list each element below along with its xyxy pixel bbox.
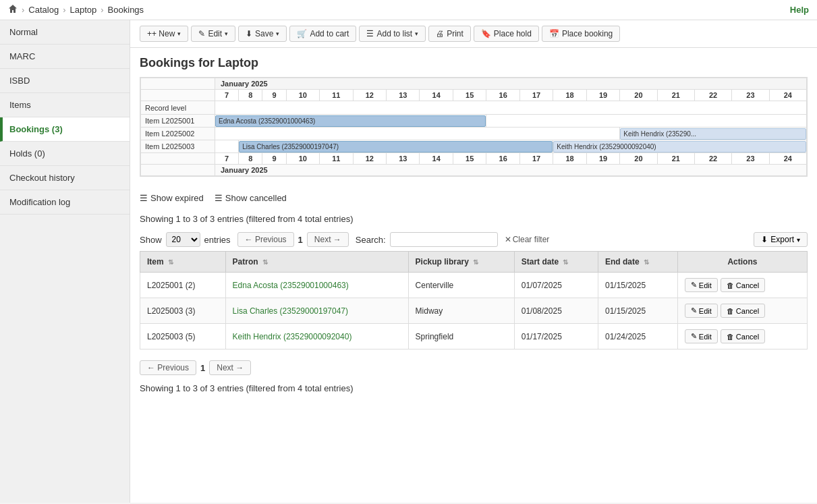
place-booking-button[interactable]: 📅 Place booking bbox=[542, 26, 620, 42]
previous-button[interactable]: ← Previous bbox=[237, 232, 294, 247]
booking-keith-l2025003-bar[interactable]: Keith Hendrix (23529000092040) bbox=[553, 141, 806, 152]
booking-keith-l2025002-bar[interactable]: Keith Hendrix (235290... bbox=[620, 128, 806, 140]
print-button[interactable]: 🖨 Print bbox=[428, 26, 471, 42]
day-23: 23 bbox=[732, 90, 769, 101]
showing-text-bottom: Showing 1 to 3 of 3 entries (filtered fr… bbox=[130, 379, 817, 397]
next-button[interactable]: Next → bbox=[307, 232, 349, 247]
foot-day-20: 20 bbox=[620, 153, 657, 165]
bookings-table: Item ⇅ Patron ⇅ Pickup library ⇅ Start bbox=[140, 251, 808, 349]
booking-keith-l2025003[interactable]: Keith Hendrix (23529000092040) bbox=[553, 140, 807, 153]
breadcrumb-sep-1: › bbox=[22, 5, 24, 15]
patron-link-1[interactable]: Lisa Charles (23529000197047) bbox=[233, 306, 348, 316]
col-end-date[interactable]: End date ⇅ bbox=[598, 252, 678, 273]
foot-day-8: 8 bbox=[239, 153, 262, 165]
edit-button-0[interactable]: ✎ Edit bbox=[685, 278, 718, 292]
edit-button-1[interactable]: ✎ Edit bbox=[685, 304, 718, 318]
table-wrapper: Item ⇅ Patron ⇅ Pickup library ⇅ Start bbox=[130, 251, 817, 349]
hold-icon: 🔖 bbox=[481, 29, 491, 38]
col-item[interactable]: Item ⇅ bbox=[140, 252, 226, 273]
calendar-table: January 2025 7 8 9 10 11 12 13 14 15 16 bbox=[140, 78, 807, 176]
booking-lisa[interactable]: Lisa Charles (23529000197047) bbox=[239, 140, 553, 153]
cancel-button-1[interactable]: 🗑 Cancel bbox=[721, 304, 765, 318]
booking-keith-l2025002[interactable]: Keith Hendrix (235290... bbox=[620, 128, 807, 140]
previous-button-bottom[interactable]: ← Previous bbox=[140, 360, 196, 375]
col-pickup-library[interactable]: Pickup library ⇅ bbox=[408, 252, 514, 273]
action-btns-2: ✎ Edit 🗑 Cancel bbox=[685, 329, 800, 343]
foot-day-24: 24 bbox=[769, 153, 806, 165]
top-bar: › Catalog › Laptop › Bookings Help bbox=[0, 0, 817, 20]
breadcrumb-laptop[interactable]: Laptop bbox=[70, 5, 97, 15]
col-actions: Actions bbox=[677, 252, 807, 273]
cancel-button-0[interactable]: 🗑 Cancel bbox=[721, 278, 765, 292]
entries-select[interactable]: 10 20 50 100 bbox=[166, 232, 200, 247]
action-btns-1: ✎ Edit 🗑 Cancel bbox=[685, 304, 800, 318]
foot-day-13: 13 bbox=[387, 153, 420, 165]
save-caret: ▾ bbox=[276, 30, 279, 37]
cart-icon: 🛒 bbox=[297, 29, 307, 38]
bottom-controls: ← Previous 1 Next → bbox=[130, 356, 817, 379]
cell-end-1: 01/15/2025 bbox=[598, 298, 678, 324]
sidebar-item-checkout-history[interactable]: Checkout history bbox=[0, 166, 130, 190]
patron-link-2[interactable]: Keith Hendrix (23529000092040) bbox=[233, 332, 352, 341]
foot-day-9: 9 bbox=[262, 153, 286, 165]
show-label: Show bbox=[140, 235, 162, 245]
menu-icon-expired: ☰ bbox=[140, 193, 148, 203]
home-icon[interactable] bbox=[8, 4, 18, 16]
booking-edna[interactable]: Edna Acosta (23529001000463) bbox=[215, 115, 486, 128]
foot-day-21: 21 bbox=[657, 153, 694, 165]
export-icon: ⬇ bbox=[761, 235, 768, 244]
export-button[interactable]: ⬇ Export ▾ bbox=[754, 232, 808, 247]
filter-row: ☰ Show expired ☰ Show cancelled bbox=[130, 186, 817, 210]
search-input[interactable] bbox=[390, 232, 498, 247]
sidebar-item-normal[interactable]: Normal bbox=[0, 20, 130, 45]
show-cancelled-toggle[interactable]: ☰ Show cancelled bbox=[215, 193, 287, 203]
menu-icon-cancelled: ☰ bbox=[215, 193, 223, 203]
edit-button-2[interactable]: ✎ Edit bbox=[685, 329, 718, 343]
add-to-list-button[interactable]: ☰ Add to list ▾ bbox=[359, 26, 426, 42]
sidebar-item-bookings[interactable]: Bookings (3) bbox=[0, 117, 130, 142]
row-label-l2025003: Item L2025003 bbox=[141, 140, 215, 153]
foot-day-18: 18 bbox=[553, 153, 586, 165]
col-start-date[interactable]: Start date ⇅ bbox=[514, 252, 598, 273]
sidebar-item-modification-log[interactable]: Modification log bbox=[0, 190, 130, 215]
help-link[interactable]: Help bbox=[790, 5, 809, 15]
next-button-bottom[interactable]: Next → bbox=[209, 360, 251, 375]
cell-end-2: 01/24/2025 bbox=[598, 324, 678, 349]
foot-day-23: 23 bbox=[732, 153, 769, 165]
sidebar-item-holds[interactable]: Holds (0) bbox=[0, 142, 130, 166]
booking-lisa-bar[interactable]: Lisa Charles (23529000197047) bbox=[239, 141, 553, 152]
place-hold-button[interactable]: 🔖 Place hold bbox=[474, 26, 539, 42]
list-icon: ☰ bbox=[366, 29, 374, 38]
cell-end-0: 01/15/2025 bbox=[598, 273, 678, 298]
cancel-button-2[interactable]: 🗑 Cancel bbox=[721, 329, 765, 343]
row-label-record: Record level bbox=[141, 101, 215, 115]
cancel-icon-0: 🗑 bbox=[727, 281, 734, 289]
entries-label: entries bbox=[204, 235, 231, 245]
edit-button[interactable]: ✎ Edit ▾ bbox=[191, 26, 235, 42]
foot-day-22: 22 bbox=[694, 153, 731, 165]
sidebar-item-items[interactable]: Items bbox=[0, 93, 130, 117]
day-20: 20 bbox=[620, 90, 657, 101]
export-caret: ▾ bbox=[797, 236, 800, 244]
clear-filter-button[interactable]: ✕ Clear filter bbox=[505, 235, 550, 244]
show-expired-toggle[interactable]: ☰ Show expired bbox=[140, 193, 204, 203]
patron-link-0[interactable]: Edna Acosta (23529001000463) bbox=[233, 281, 349, 290]
calendar-row-l2025002: Item L2025002 Keith Hendrix (235290... bbox=[141, 128, 807, 140]
col-patron[interactable]: Patron ⇅ bbox=[225, 252, 408, 273]
calendar-row-l2025003: Item L2025003 Lisa Charles (235290001970… bbox=[141, 140, 807, 153]
add-to-cart-button[interactable]: 🛒 Add to cart bbox=[289, 26, 356, 42]
sidebar-item-isbd[interactable]: ISBD bbox=[0, 69, 130, 93]
booking-edna-bar[interactable]: Edna Acosta (23529001000463) bbox=[215, 115, 486, 127]
month-header: January 2025 bbox=[215, 78, 807, 90]
foot-day-19: 19 bbox=[586, 153, 619, 165]
sidebar-item-marc[interactable]: MARC bbox=[0, 45, 130, 69]
cancel-icon-2: 🗑 bbox=[727, 333, 734, 341]
cell-patron-2: Keith Hendrix (23529000092040) bbox=[225, 324, 408, 349]
save-button[interactable]: ⬇ Save ▾ bbox=[238, 26, 287, 42]
new-caret: ▾ bbox=[177, 30, 181, 37]
breadcrumb-catalog[interactable]: Catalog bbox=[28, 5, 59, 15]
new-button[interactable]: + + New ▾ bbox=[140, 26, 188, 42]
edit-icon-2: ✎ bbox=[691, 332, 697, 341]
save-icon: ⬇ bbox=[246, 29, 252, 38]
pagination-bottom: ← Previous 1 Next → bbox=[140, 360, 251, 375]
